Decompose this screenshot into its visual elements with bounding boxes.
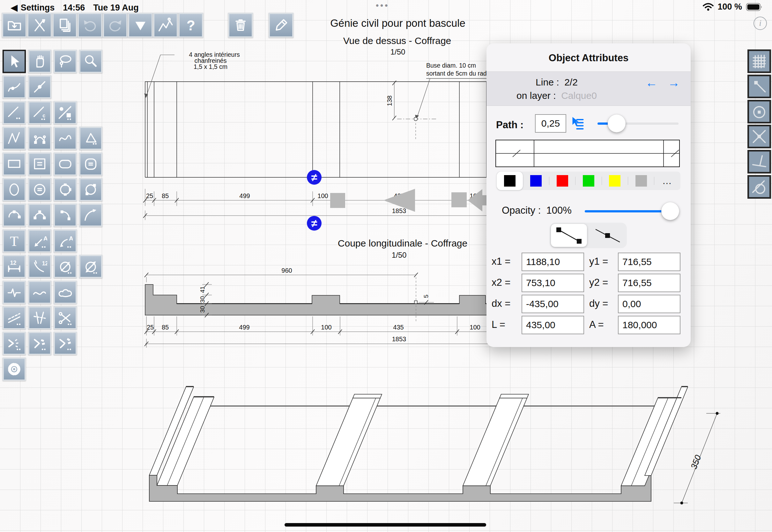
tool-polyline[interactable] xyxy=(3,127,26,150)
tool-snap-center[interactable] xyxy=(747,100,771,123)
triangle-icon xyxy=(80,128,101,149)
width-presets-icon[interactable] xyxy=(571,116,585,130)
tool-explode-2[interactable] xyxy=(28,332,51,355)
tool-construction-line[interactable]: c xyxy=(28,101,51,124)
field-input[interactable]: 435,00 xyxy=(522,316,584,334)
tool-trim[interactable] xyxy=(28,306,51,329)
field-input[interactable]: 0,00 xyxy=(618,295,680,313)
constraint-badge[interactable]: ≠ xyxy=(307,216,322,231)
midpoint-handle-button[interactable] xyxy=(590,224,626,247)
tool-snap-tangent[interactable] xyxy=(747,175,771,199)
tool-curve-arrow[interactable] xyxy=(79,203,102,227)
edit-button[interactable] xyxy=(269,13,293,38)
tool-dim-angular[interactable]: 12 xyxy=(28,255,51,278)
open-document-button[interactable] xyxy=(2,13,27,38)
field-input[interactable]: 180,000 xyxy=(618,316,680,334)
color-swatch-green[interactable] xyxy=(575,172,602,190)
tool-leader-straight[interactable]: A xyxy=(28,229,51,253)
tool-polygon[interactable] xyxy=(79,127,102,150)
tool-leader-curved[interactable]: A xyxy=(54,229,77,253)
color-swatch-gray[interactable] xyxy=(628,172,654,190)
tool-circle-3pt[interactable] xyxy=(54,178,77,201)
tool-zoom[interactable] xyxy=(79,50,102,73)
previous-object-button[interactable]: ← xyxy=(645,76,657,89)
opacity-value: 100% xyxy=(546,205,572,216)
tool-snap-perpendicular[interactable] xyxy=(747,150,771,174)
line-endpoints-icon xyxy=(554,225,584,245)
field-input[interactable]: 716,55 xyxy=(618,274,680,292)
tools-button[interactable] xyxy=(27,13,52,38)
help-button[interactable]: ? xyxy=(178,13,203,38)
tool-select[interactable] xyxy=(3,50,26,73)
tool-explode-1[interactable] xyxy=(3,332,26,355)
send-to-back-button[interactable] xyxy=(128,13,153,38)
tool-snap-intersection[interactable] xyxy=(747,125,771,148)
tool-dim-radius[interactable] xyxy=(79,255,102,278)
endpoint-handles-button[interactable] xyxy=(551,224,587,247)
tool-text[interactable]: T xyxy=(3,229,26,253)
tool-arc-center[interactable] xyxy=(3,203,26,227)
tool-offset[interactable] xyxy=(3,306,26,329)
tool-arc-3pt[interactable] xyxy=(28,203,51,227)
top-view-scale: 1/50 xyxy=(390,48,405,56)
field-input[interactable]: 1188,10 xyxy=(522,253,584,271)
tool-lasso[interactable] xyxy=(54,50,77,73)
tool-split-elements[interactable] xyxy=(54,101,77,124)
home-indicator[interactable] xyxy=(285,523,486,527)
tool-zigzag-line[interactable] xyxy=(3,281,26,304)
field-input[interactable]: 716,55 xyxy=(618,253,680,271)
color-swatch-blue[interactable] xyxy=(523,172,549,190)
svg-text:41: 41 xyxy=(199,286,206,293)
tool-ellipse[interactable] xyxy=(3,178,26,201)
tool-snap-grid[interactable] xyxy=(747,49,771,73)
tool-bezier[interactable] xyxy=(28,127,51,150)
more-colors-button[interactable]: … xyxy=(654,172,680,190)
path-width-input[interactable]: 0,25 xyxy=(535,114,566,133)
tool-rectangle[interactable] xyxy=(3,152,26,176)
gray-swatch xyxy=(635,175,647,187)
chart-view-button[interactable] xyxy=(153,13,178,38)
tool-ellipse-filled[interactable] xyxy=(28,178,51,201)
tool-dim-linear[interactable]: 12 xyxy=(3,255,26,278)
back-to-settings-button[interactable]: ◀ Settings xyxy=(11,3,55,13)
color-swatch-red[interactable] xyxy=(549,172,575,190)
curve-arrow-icon xyxy=(80,205,101,225)
tool-circle-2pt[interactable] xyxy=(79,178,102,201)
tool-edit-line-node[interactable] xyxy=(28,75,51,99)
undo-button[interactable] xyxy=(78,13,102,38)
field-label: dx = xyxy=(492,298,510,309)
tools-icon xyxy=(28,14,51,36)
tool-explode-3[interactable] xyxy=(54,332,77,355)
tool-pan[interactable] xyxy=(28,50,51,73)
tool-line[interactable] xyxy=(3,101,26,124)
field-input[interactable]: -435,00 xyxy=(522,295,584,313)
color-swatch-black[interactable] xyxy=(497,172,523,190)
tool-freehand[interactable] xyxy=(54,127,77,150)
tool-cut[interactable] xyxy=(54,306,77,329)
svg-text:A: A xyxy=(43,235,47,242)
tool-wave-line[interactable] xyxy=(28,281,51,304)
loop-icon xyxy=(29,282,50,303)
path-width-slider[interactable] xyxy=(598,114,679,133)
opacity-slider[interactable] xyxy=(585,202,671,221)
field-input[interactable]: 753,10 xyxy=(522,274,584,292)
tool-rounded-rect[interactable] xyxy=(54,152,77,176)
svg-text:499: 499 xyxy=(239,192,250,199)
info-button[interactable]: i xyxy=(753,17,767,30)
tool-settings[interactable] xyxy=(3,358,26,381)
constraint-badge[interactable]: ≠ xyxy=(307,170,322,185)
tool-rectangle-filled[interactable] xyxy=(28,152,51,176)
delete-button[interactable] xyxy=(228,13,253,38)
color-swatch-yellow[interactable] xyxy=(602,172,628,190)
tool-rounded-rect-filled[interactable] xyxy=(79,152,102,176)
next-object-button[interactable]: → xyxy=(668,76,680,89)
tool-arc-2pt[interactable] xyxy=(54,203,77,227)
svg-text:350: 350 xyxy=(689,454,703,470)
tool-dim-diameter[interactable] xyxy=(54,255,77,278)
tool-snap-endpoint[interactable] xyxy=(747,75,771,98)
duplicate-button[interactable] xyxy=(52,13,77,38)
redo-button[interactable] xyxy=(103,13,128,38)
multitask-ellipsis[interactable]: ••• xyxy=(376,1,389,11)
tool-edit-curve-node[interactable] xyxy=(3,75,26,99)
tool-cloud[interactable] xyxy=(54,281,77,304)
